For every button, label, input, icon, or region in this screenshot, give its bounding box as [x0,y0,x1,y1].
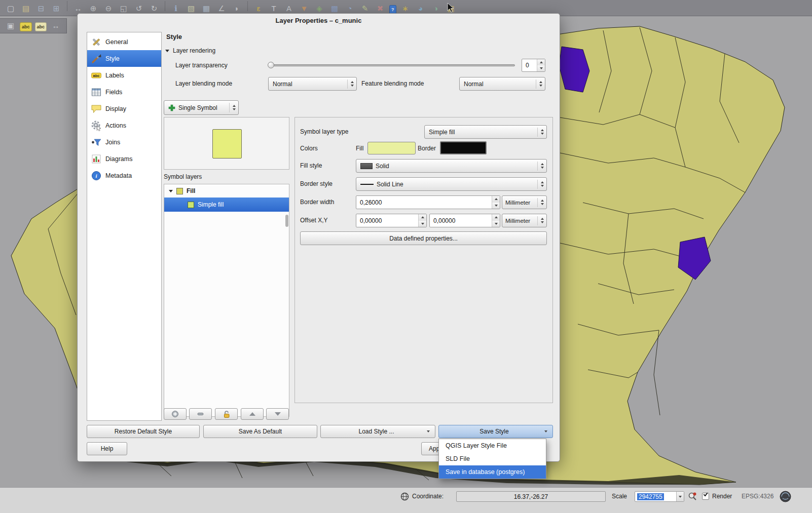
renderer-combo[interactable]: Single Symbol [164,100,239,115]
lock-icon [223,410,231,418]
actions-icon [91,120,102,131]
spin-buttons[interactable] [537,59,545,71]
spin-buttons[interactable] [492,196,500,209]
field-calculator-icon[interactable]: ε [252,3,265,15]
checkmark-icon [704,492,708,496]
fill-style-swatch-icon [360,163,373,169]
data-defined-properties-label: Data defined properties... [389,235,458,242]
restore-default-style-label: Restore Default Style [115,428,172,435]
add-wfs-layer-icon[interactable]: ◑ [430,3,442,15]
add-postgis-layer-icon[interactable]: ◔ [344,3,356,15]
combo-arrows [537,180,544,189]
sidebar-item-metadata[interactable]: i Metadata [87,167,161,184]
sidebar-item-style[interactable]: Style [87,50,161,67]
offset-unit-combo[interactable]: Millimeter [502,214,547,227]
form-annotation-icon[interactable]: A [283,3,295,15]
render-checkbox[interactable] [702,493,709,500]
coordinate-field[interactable]: 16.37,-26.27 [456,491,606,502]
border-color-button[interactable] [440,141,487,154]
border-width-spinbox[interactable]: 0,26000 [356,195,500,209]
load-style-label: Load Style ... [358,428,394,435]
new-project-icon[interactable]: ▢ [5,3,17,15]
load-style-button[interactable]: Load Style ... [320,425,435,438]
transparency-slider-handle[interactable] [268,62,274,68]
tree-scrollbar[interactable] [285,215,288,227]
scale-dropdown-arrow[interactable] [676,492,684,501]
border-style-combo[interactable]: Solid Line [356,177,547,191]
move-up-button[interactable] [241,408,264,420]
style-heading: Style [166,33,182,41]
coordinate-capture-icon[interactable] [400,492,409,501]
pan-map-icon[interactable]: ↔ [72,3,84,15]
tree-expander-icon[interactable] [169,190,173,192]
offset-x-spinbox[interactable]: 0,00000 [356,214,427,227]
offset-label: Offset X,Y [300,217,327,224]
data-defined-properties-button[interactable]: Data defined properties... [300,231,547,245]
text-annotation-icon[interactable]: T [268,3,280,15]
general-icon [91,36,102,48]
sidebar-item-diagrams[interactable]: Diagrams [87,150,161,167]
layer-rendering-toggle[interactable]: Layer rendering [165,47,215,54]
help-button[interactable]: Help [87,442,127,455]
single-symbol-icon [168,104,175,111]
remove-symbol-layer-button[interactable] [189,408,212,420]
layer-labeling-icon[interactable]: abc [20,22,32,31]
sidebar-label: Metadata [105,172,132,179]
sidebar-item-display[interactable]: Display [87,100,161,117]
menu-item-sld-file[interactable]: SLD File [439,452,546,465]
labels-icon: abc [91,70,102,81]
save-as-default-button[interactable]: Save As Default [203,425,317,438]
feature-blending-combo[interactable]: Normal [459,77,545,91]
spin-buttons[interactable] [418,214,426,227]
new-bookmark-icon[interactable]: ▼ [298,3,310,15]
sidebar-item-fields[interactable]: Fields [87,84,161,100]
save-project-as-icon[interactable]: ⊞ [50,3,62,15]
add-wms-layer-icon[interactable]: ◕ [415,3,427,15]
scale-combo[interactable]: 2942755 [635,491,684,502]
sidebar-label: Fields [105,89,122,96]
collapse-arrow-icon [165,50,169,52]
transparency-slider[interactable] [268,64,515,66]
menu-item-save-in-database[interactable]: Save in database (postgres) [439,465,546,479]
magnifier-lock-icon[interactable] [688,492,697,501]
tree-item-fill[interactable]: Fill [164,184,289,198]
restore-default-style-button[interactable]: Restore Default Style [87,425,200,438]
sidebar-label: Labels [105,72,124,79]
transparency-spinbox[interactable]: 0 [522,59,545,72]
save-project-icon[interactable]: ⊟ [35,3,47,15]
sidebar-item-actions[interactable]: Actions [87,117,161,134]
status-bar: Coordinate: 16.37,-26.27 Scale 2942755 R… [0,487,812,513]
lock-symbol-layer-button[interactable] [215,408,238,420]
crs-status-icon[interactable] [780,491,791,502]
label-properties-icon[interactable]: abc [35,22,47,31]
save-style-label: Save Style [479,428,508,435]
sidebar-item-general[interactable]: General [87,33,161,50]
layer-rendering-label: Layer rendering [173,47,215,54]
border-style-value: Solid Line [377,181,403,188]
spin-buttons[interactable] [492,214,500,227]
fill-color-button[interactable] [367,142,416,154]
menu-item-qgis-style-file[interactable]: QGIS Layer Style File [439,439,546,452]
sidebar-item-labels[interactable]: abc Labels [87,67,161,84]
coordinate-value: 16.37,-26.27 [514,493,548,500]
save-style-button[interactable]: Save Style [438,425,553,438]
move-down-button[interactable] [266,408,289,420]
fill-style-combo[interactable]: Solid [356,159,547,173]
display-icon [91,103,102,114]
layer-blending-combo[interactable]: Normal [268,77,357,91]
labeling-options-icon[interactable]: ▣ [5,20,17,32]
sidebar-label: Joins [105,139,120,146]
feature-blending-value: Normal [464,81,484,88]
add-symbol-layer-button[interactable] [164,408,187,420]
border-width-unit-combo[interactable]: Millimeter [502,195,547,209]
map-tips-icon[interactable]: ◗ [231,3,243,15]
border-width-unit-value: Millimeter [505,200,530,206]
move-label-icon[interactable]: ↔ [50,20,62,32]
tree-item-simple-fill[interactable]: Simple fill [164,198,289,212]
symbol-layer-type-combo[interactable]: Simple fill [424,125,547,139]
sidebar-item-joins[interactable]: Joins [87,134,161,150]
help-label: Help [101,445,114,452]
offset-y-spinbox[interactable]: 0,00000 [429,214,500,227]
open-project-icon[interactable]: ▤ [20,3,32,15]
symbol-layers-tree: Fill Simple fill [164,184,289,417]
